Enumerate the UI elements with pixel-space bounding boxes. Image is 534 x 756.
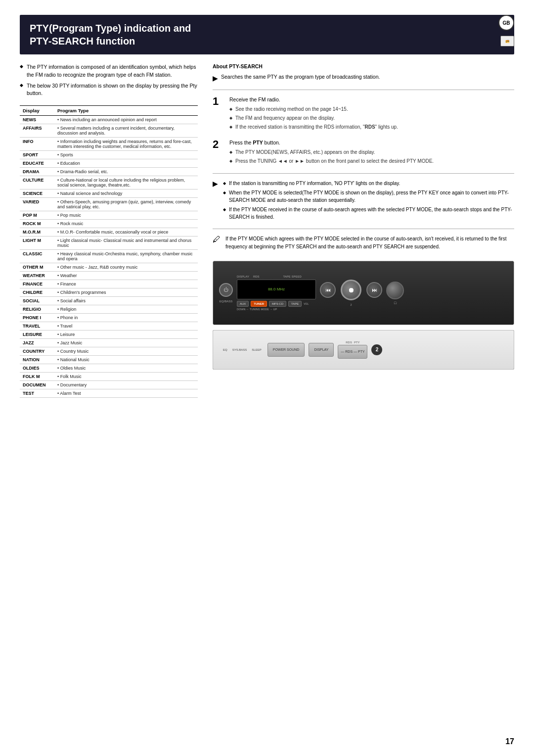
table-row: COUNTRY • Country Music — [20, 347, 198, 356]
type-cell: • Social affairs — [54, 297, 198, 305]
display-cell: SPORT — [20, 151, 54, 159]
page-number: 17 — [505, 737, 514, 746]
display-labels: DISPLAY RDS TAPE SPEED — [237, 275, 316, 278]
table-row: FINANCE • Finance — [20, 280, 198, 288]
display-cell: EDUCATE — [20, 159, 54, 168]
divider-2 — [213, 173, 514, 174]
table-row: INFO • Information including weights and… — [20, 138, 198, 151]
table-row: ROCK M • Rock music — [20, 220, 198, 228]
display-cell: RELIGIO — [20, 305, 54, 314]
display-cell: NATION — [20, 356, 54, 364]
right-column: About PTY-SEARCH ▶ Searches the same PTY… — [213, 63, 514, 398]
aux-btn: AUX — [237, 301, 249, 307]
display-cell: FINANCE — [20, 280, 54, 288]
display-cell: LIGHT M — [20, 236, 54, 250]
note-content: If the station is transmitting no PTY in… — [223, 180, 514, 223]
source-buttons: AUX TUNER MP3-CD TAPE VOL — [237, 301, 316, 307]
table-row: TEST • Alarm Test — [20, 389, 198, 398]
prev-btn: ⏮ — [320, 282, 336, 298]
type-cell: • Culture-National or local culture incl… — [54, 176, 198, 189]
display-cell: WEATHER — [20, 272, 54, 280]
type-cell: • Alarm Test — [54, 389, 198, 398]
remote-number-2: 2 — [371, 344, 382, 355]
display-cell: CULTURE — [20, 176, 54, 189]
gb-label: GB — [503, 20, 510, 26]
type-cell: • Others-Speech, amusing program (quiz, … — [54, 198, 198, 211]
memo-text: If the PTY MODE which agrees with the PT… — [225, 236, 506, 249]
power-sound-btn: POWER SOUND — [267, 343, 305, 357]
display-cell: OTHER M — [20, 263, 54, 272]
gb-badge: GB — [498, 15, 514, 31]
display-cell: OLDIES — [20, 364, 54, 373]
type-cell: • Oldies Music — [54, 364, 198, 373]
table-row: DOCUMEN • Documentary — [20, 381, 198, 389]
remote-panel: EQ SYS.BASS SLEEP POWER SOUND DISPLAY RD… — [213, 331, 514, 369]
table-row: OLDIES • Oldies Music — [20, 364, 198, 373]
type-cell: • Heavy classical music-Orchestra music,… — [54, 250, 198, 263]
transport-row: ⏮ ⏺ ⏭ — [320, 280, 382, 300]
panel-left: ⏻ EQ/BASS — [219, 283, 233, 303]
col-type-header: Program Type — [54, 106, 198, 116]
power-label: EQ/BASS — [220, 300, 232, 303]
display-cell: TRAVEL — [20, 322, 54, 331]
type-cell: • News including an announced opinion an… — [54, 116, 198, 124]
table-row: SOCIAL • Social affairs — [20, 297, 198, 305]
table-row: WEATHER • Weather — [20, 272, 198, 280]
display-cell: POP M — [20, 211, 54, 220]
type-cell: • Rock music — [54, 220, 198, 228]
step-1-bullet-2: The FM and frequency appear on the displ… — [229, 114, 514, 122]
rds-pty-area: RDS PTY — RDS — PTY — [338, 341, 367, 359]
type-cell: • Information including weights and meas… — [54, 138, 198, 151]
note-bullet-3: If the PTY MODE received in the course o… — [223, 206, 514, 221]
display-cell: ROCK M — [20, 220, 54, 228]
type-cell: • Finance — [54, 280, 198, 288]
step-2-number: 2 — [213, 139, 224, 166]
memo-block: 🖊 If the PTY MODE which agrees with the … — [213, 235, 514, 251]
table-row: NATION • National Music — [20, 356, 198, 364]
step-2-content: Press the PTY button. The PTY MODE(NEWS,… — [229, 139, 514, 166]
display-cell: VARIED — [20, 198, 54, 211]
table-row: CLASSIC • Heavy classical music-Orchestr… — [20, 250, 198, 263]
type-cell: • Jazz Music — [54, 339, 198, 347]
table-row: SCIENCE • Natural science and technology — [20, 189, 198, 198]
type-cell: • Sports — [54, 151, 198, 159]
display-cell: TEST — [20, 389, 54, 398]
mp3-btn: MP3-CD — [269, 301, 286, 307]
divider-1 — [213, 90, 514, 90]
next-btn: ⏭ — [366, 282, 382, 298]
stereo-unit-image: ⏻ EQ/BASS DISPLAY RDS TAPE SPEED 88.0 MH… — [213, 261, 514, 325]
tuning-labels: DOWN ← TUNING MODE → UP — [237, 308, 316, 311]
type-cell: • Several matters including a current in… — [54, 124, 198, 138]
search-intro-text: Searches the same PTY as the program typ… — [221, 73, 380, 81]
display-cell: NEWS — [20, 116, 54, 124]
table-row: JAZZ • Jazz Music — [20, 339, 198, 347]
table-row: M.O.R.M • M.O.R- Comfortable music, occa… — [20, 228, 198, 236]
step-2-bullet-2: Press the TUNING ◄◄ or ►► button on the … — [229, 157, 514, 165]
intro-section: The PTY information is composed of an id… — [20, 63, 198, 97]
step-2: 2 Press the PTY button. The PTY MODE(NEW… — [213, 139, 514, 166]
type-cell: • M.O.R- Comfortable music, occasionally… — [54, 228, 198, 236]
display-cell: CLASSIC — [20, 250, 54, 263]
transport-area: ⏮ ⏺ ⏭ 2 — [320, 280, 382, 306]
page-header: PTY(Program Type) indication and PTY-SEA… — [20, 15, 514, 54]
intro-bullet-2: The below 30 PTY information is shown on… — [20, 82, 198, 98]
display-cell: INFO — [20, 138, 54, 151]
type-cell: • Documentary — [54, 381, 198, 389]
type-cell: • Other music - Jazz, R&B country music — [54, 263, 198, 272]
left-column: The PTY information is composed of an id… — [20, 63, 198, 398]
table-row: CHILDRE • Children's programmes — [20, 288, 198, 297]
table-row: TRAVEL • Travel — [20, 322, 198, 331]
volume-area: 🎧 — [386, 282, 404, 304]
col-display-header: Display — [20, 106, 54, 116]
note-bullet-1: If the station is transmitting no PTY in… — [223, 180, 514, 187]
table-row: VARIED • Others-Speech, amusing program … — [20, 198, 198, 211]
type-cell: • Natural science and technology — [54, 189, 198, 198]
type-cell: • Travel — [54, 322, 198, 331]
display-screen: 88.0 MHz — [237, 280, 316, 299]
display-cell: CHILDRE — [20, 288, 54, 297]
step-1-number: 1 — [213, 96, 224, 132]
display-cell: COUNTRY — [20, 347, 54, 356]
note-arrow-icon: ▶ — [213, 180, 218, 223]
memo-icon: 🖊 — [213, 235, 221, 251]
type-cell: • Pop music — [54, 211, 198, 220]
